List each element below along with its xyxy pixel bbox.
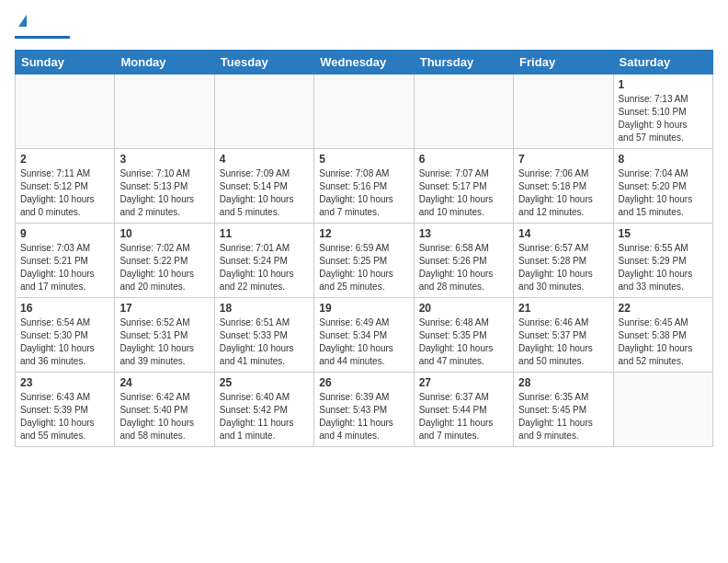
day-number: 13 xyxy=(419,227,508,240)
weekday-header-monday: Monday xyxy=(115,51,214,75)
calendar-day-cell: 20Sunrise: 6:48 AM Sunset: 5:35 PM Dayli… xyxy=(414,298,513,373)
day-number: 8 xyxy=(619,153,708,166)
calendar-day-cell: 13Sunrise: 6:58 AM Sunset: 5:26 PM Dayli… xyxy=(414,224,513,298)
calendar-day-cell xyxy=(115,75,214,149)
day-info: Sunrise: 6:59 AM Sunset: 5:25 PM Dayligh… xyxy=(319,242,408,293)
day-info: Sunrise: 6:46 AM Sunset: 5:37 PM Dayligh… xyxy=(518,316,608,368)
day-info: Sunrise: 6:43 AM Sunset: 5:39 PM Dayligh… xyxy=(20,391,109,442)
calendar-day-cell: 14Sunrise: 6:57 AM Sunset: 5:28 PM Dayli… xyxy=(514,224,613,298)
calendar-day-cell: 5Sunrise: 7:08 AM Sunset: 5:16 PM Daylig… xyxy=(314,149,414,224)
day-number: 2 xyxy=(20,153,109,166)
calendar-week-row: 1Sunrise: 7:13 AM Sunset: 5:10 PM Daylig… xyxy=(16,75,713,149)
day-number: 15 xyxy=(619,227,708,240)
calendar-day-cell xyxy=(414,75,513,149)
calendar-day-cell: 11Sunrise: 7:01 AM Sunset: 5:24 PM Dayli… xyxy=(214,224,313,298)
calendar-day-cell xyxy=(514,75,613,149)
day-info: Sunrise: 6:39 AM Sunset: 5:43 PM Dayligh… xyxy=(319,391,408,442)
day-number: 24 xyxy=(119,376,209,389)
day-number: 19 xyxy=(319,302,408,315)
calendar-day-cell: 18Sunrise: 6:51 AM Sunset: 5:33 PM Dayli… xyxy=(214,298,313,373)
calendar-day-cell: 9Sunrise: 7:03 AM Sunset: 5:21 PM Daylig… xyxy=(16,224,115,298)
day-info: Sunrise: 7:11 AM Sunset: 5:12 PM Dayligh… xyxy=(20,167,109,219)
calendar-table: SundayMondayTuesdayWednesdayThursdayFrid… xyxy=(15,50,713,447)
weekday-header-wednesday: Wednesday xyxy=(314,51,414,75)
weekday-header-saturday: Saturday xyxy=(613,51,712,75)
day-number: 26 xyxy=(319,376,408,389)
day-number: 25 xyxy=(220,376,309,389)
weekday-header-row: SundayMondayTuesdayWednesdayThursdayFrid… xyxy=(16,51,713,75)
calendar-week-row: 2Sunrise: 7:11 AM Sunset: 5:12 PM Daylig… xyxy=(16,149,713,224)
calendar-day-cell: 12Sunrise: 6:59 AM Sunset: 5:25 PM Dayli… xyxy=(314,224,414,298)
day-number: 4 xyxy=(220,153,309,166)
day-info: Sunrise: 6:58 AM Sunset: 5:26 PM Dayligh… xyxy=(419,242,508,293)
day-info: Sunrise: 7:13 AM Sunset: 5:10 PM Dayligh… xyxy=(619,93,708,144)
day-number: 10 xyxy=(119,227,209,240)
calendar-day-cell: 23Sunrise: 6:43 AM Sunset: 5:39 PM Dayli… xyxy=(16,373,115,447)
calendar-day-cell: 4Sunrise: 7:09 AM Sunset: 5:14 PM Daylig… xyxy=(214,149,313,224)
day-info: Sunrise: 6:49 AM Sunset: 5:34 PM Dayligh… xyxy=(319,316,408,368)
day-number: 11 xyxy=(220,227,309,240)
day-number: 17 xyxy=(119,302,209,315)
day-info: Sunrise: 6:48 AM Sunset: 5:35 PM Dayligh… xyxy=(419,316,508,368)
calendar-day-cell: 2Sunrise: 7:11 AM Sunset: 5:12 PM Daylig… xyxy=(16,149,115,224)
calendar-day-cell: 6Sunrise: 7:07 AM Sunset: 5:17 PM Daylig… xyxy=(414,149,513,224)
calendar-week-row: 23Sunrise: 6:43 AM Sunset: 5:39 PM Dayli… xyxy=(16,373,713,447)
day-number: 9 xyxy=(20,227,109,240)
logo-triangle-icon xyxy=(18,15,27,27)
weekday-header-friday: Friday xyxy=(514,51,613,75)
calendar-week-row: 16Sunrise: 6:54 AM Sunset: 5:30 PM Dayli… xyxy=(16,298,713,373)
day-info: Sunrise: 6:57 AM Sunset: 5:28 PM Dayligh… xyxy=(518,242,608,293)
calendar-day-cell: 1Sunrise: 7:13 AM Sunset: 5:10 PM Daylig… xyxy=(613,75,712,149)
weekday-header-sunday: Sunday xyxy=(16,51,115,75)
day-info: Sunrise: 7:07 AM Sunset: 5:17 PM Dayligh… xyxy=(419,167,508,219)
day-info: Sunrise: 6:45 AM Sunset: 5:38 PM Dayligh… xyxy=(619,316,708,368)
weekday-header-tuesday: Tuesday xyxy=(214,51,313,75)
day-info: Sunrise: 7:03 AM Sunset: 5:21 PM Dayligh… xyxy=(20,242,109,293)
calendar-day-cell: 8Sunrise: 7:04 AM Sunset: 5:20 PM Daylig… xyxy=(613,149,712,224)
day-info: Sunrise: 7:01 AM Sunset: 5:24 PM Dayligh… xyxy=(220,242,309,293)
day-info: Sunrise: 6:37 AM Sunset: 5:44 PM Dayligh… xyxy=(419,391,508,442)
calendar-day-cell: 28Sunrise: 6:35 AM Sunset: 5:45 PM Dayli… xyxy=(514,373,613,447)
day-info: Sunrise: 6:40 AM Sunset: 5:42 PM Dayligh… xyxy=(220,391,309,442)
calendar-day-cell: 16Sunrise: 6:54 AM Sunset: 5:30 PM Dayli… xyxy=(16,298,115,373)
day-info: Sunrise: 6:35 AM Sunset: 5:45 PM Dayligh… xyxy=(518,391,608,442)
day-number: 20 xyxy=(419,302,508,315)
calendar-day-cell: 17Sunrise: 6:52 AM Sunset: 5:31 PM Dayli… xyxy=(115,298,214,373)
day-info: Sunrise: 7:08 AM Sunset: 5:16 PM Dayligh… xyxy=(319,167,408,219)
day-info: Sunrise: 6:54 AM Sunset: 5:30 PM Dayligh… xyxy=(20,316,109,368)
day-info: Sunrise: 7:04 AM Sunset: 5:20 PM Dayligh… xyxy=(619,167,708,219)
day-info: Sunrise: 7:06 AM Sunset: 5:18 PM Dayligh… xyxy=(518,167,608,219)
day-number: 28 xyxy=(518,376,608,389)
day-number: 21 xyxy=(518,302,608,315)
calendar-day-cell: 25Sunrise: 6:40 AM Sunset: 5:42 PM Dayli… xyxy=(214,373,313,447)
calendar-day-cell: 26Sunrise: 6:39 AM Sunset: 5:43 PM Dayli… xyxy=(314,373,414,447)
calendar-week-row: 9Sunrise: 7:03 AM Sunset: 5:21 PM Daylig… xyxy=(16,224,713,298)
calendar-day-cell: 3Sunrise: 7:10 AM Sunset: 5:13 PM Daylig… xyxy=(115,149,214,224)
calendar-day-cell xyxy=(314,75,414,149)
calendar-day-cell xyxy=(16,75,115,149)
day-number: 18 xyxy=(220,302,309,315)
weekday-header-thursday: Thursday xyxy=(414,51,513,75)
day-number: 14 xyxy=(518,227,608,240)
calendar-day-cell: 7Sunrise: 7:06 AM Sunset: 5:18 PM Daylig… xyxy=(514,149,613,224)
day-number: 22 xyxy=(619,302,708,315)
calendar-day-cell: 24Sunrise: 6:42 AM Sunset: 5:40 PM Dayli… xyxy=(115,373,214,447)
calendar-day-cell: 19Sunrise: 6:49 AM Sunset: 5:34 PM Dayli… xyxy=(314,298,414,373)
calendar-day-cell: 21Sunrise: 6:46 AM Sunset: 5:37 PM Dayli… xyxy=(514,298,613,373)
logo xyxy=(15,15,70,39)
day-number: 27 xyxy=(419,376,508,389)
calendar-day-cell: 27Sunrise: 6:37 AM Sunset: 5:44 PM Dayli… xyxy=(414,373,513,447)
day-info: Sunrise: 6:42 AM Sunset: 5:40 PM Dayligh… xyxy=(119,391,209,442)
calendar-day-cell: 22Sunrise: 6:45 AM Sunset: 5:38 PM Dayli… xyxy=(613,298,712,373)
day-number: 12 xyxy=(319,227,408,240)
day-number: 16 xyxy=(20,302,109,315)
day-info: Sunrise: 7:02 AM Sunset: 5:22 PM Dayligh… xyxy=(119,242,209,293)
day-number: 6 xyxy=(419,153,508,166)
calendar-day-cell xyxy=(613,373,712,447)
calendar-day-cell: 15Sunrise: 6:55 AM Sunset: 5:29 PM Dayli… xyxy=(613,224,712,298)
day-number: 5 xyxy=(319,153,408,166)
day-info: Sunrise: 6:52 AM Sunset: 5:31 PM Dayligh… xyxy=(119,316,209,368)
day-info: Sunrise: 7:09 AM Sunset: 5:14 PM Dayligh… xyxy=(220,167,309,219)
logo-underline xyxy=(15,36,70,39)
day-number: 7 xyxy=(518,153,608,166)
